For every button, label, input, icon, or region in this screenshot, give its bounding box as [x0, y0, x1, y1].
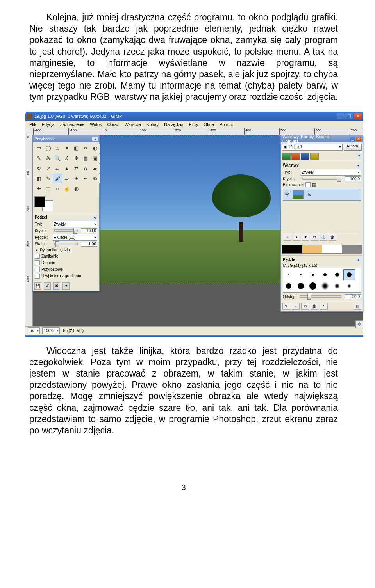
- brush-preset[interactable]: [307, 270, 318, 280]
- raise-layer-button[interactable]: ▴: [293, 234, 300, 241]
- lasso-tool-icon[interactable]: ⟀: [53, 144, 62, 153]
- delete-options-icon[interactable]: ✖: [53, 282, 60, 290]
- menu-tools[interactable]: Narzędzia: [162, 122, 186, 127]
- brush-preset[interactable]: [295, 270, 306, 280]
- layer-opacity-slider[interactable]: [302, 178, 341, 180]
- maximize-button[interactable]: ☐: [345, 113, 353, 119]
- scissors-tool-icon[interactable]: ✂: [81, 144, 90, 153]
- layer-thumbnail[interactable]: [293, 190, 304, 199]
- shear-tool-icon[interactable]: ▱: [53, 164, 62, 173]
- color-picker-tool-icon[interactable]: ⁂: [43, 154, 53, 163]
- menu-image[interactable]: Obraz: [105, 122, 121, 127]
- panel-close-button[interactable]: ✕: [356, 137, 361, 141]
- window-titlebar[interactable]: 19.jpg-1.0 (RGB, 1 warstwa) 600x402 – GI…: [25, 112, 363, 121]
- ink-tool-icon[interactable]: ✒: [81, 174, 90, 183]
- scale-tool-icon[interactable]: ⤢: [43, 164, 53, 173]
- measure-tool-icon[interactable]: ∡: [62, 154, 71, 163]
- delete-layer-button[interactable]: 🗑: [329, 234, 336, 241]
- blend-tool-icon[interactable]: ◧: [34, 174, 43, 183]
- lock-pixels-checkbox[interactable]: [305, 182, 311, 187]
- fg-select-tool-icon[interactable]: ◐: [90, 144, 100, 153]
- rotate-tool-icon[interactable]: ↻: [34, 164, 43, 173]
- menu-windows[interactable]: Okna: [202, 122, 216, 127]
- image-select[interactable]: ▣ 19.jpg-1▾: [282, 144, 343, 151]
- layer-row[interactable]: 👁 Tło: [283, 189, 361, 201]
- brush-preset[interactable]: [344, 281, 355, 291]
- jitter-checkbox[interactable]: [35, 260, 40, 265]
- color-swatches[interactable]: [33, 195, 99, 213]
- toolbox-titlebar[interactable]: Przybornik ◂: [33, 135, 99, 142]
- auto-button[interactable]: Autom.: [344, 144, 362, 151]
- crop-tool-icon[interactable]: ▣: [90, 154, 100, 163]
- visibility-eye-icon[interactable]: 👁: [284, 192, 290, 197]
- gradient-checkbox[interactable]: [35, 274, 40, 279]
- eraser-tool-icon[interactable]: ▱: [62, 174, 71, 183]
- menu-layer[interactable]: Warstwa: [122, 122, 143, 127]
- perspective-tool-icon[interactable]: ▲: [62, 164, 71, 173]
- paintbrush-tool-icon[interactable]: 🖌: [53, 174, 62, 183]
- tab-channels-icon[interactable]: [291, 153, 300, 160]
- tab-paths-icon[interactable]: [301, 153, 309, 160]
- image-canvas[interactable]: FreeFoto.c: [91, 135, 311, 284]
- fuzzy-select-tool-icon[interactable]: ✦: [62, 144, 71, 153]
- delete-brush-button[interactable]: 🗑: [311, 303, 318, 310]
- duplicate-layer-button[interactable]: ⧉: [311, 234, 318, 241]
- tab-layers-icon[interactable]: [282, 153, 291, 160]
- dodge-tool-icon[interactable]: ◐: [71, 184, 81, 194]
- menu-help[interactable]: Pomoc: [217, 122, 235, 127]
- menu-view[interactable]: Widok: [88, 122, 104, 127]
- edit-brush-button[interactable]: ✎: [282, 303, 290, 310]
- new-layer-button[interactable]: ▫: [284, 234, 291, 241]
- brush-preset[interactable]: [320, 281, 330, 291]
- brush-preset[interactable]: [332, 270, 343, 280]
- by-color-tool-icon[interactable]: ◧: [71, 144, 81, 153]
- close-button[interactable]: ✕: [354, 113, 362, 119]
- layer-opacity-value[interactable]: 100,0: [345, 176, 361, 181]
- paths-tool-icon[interactable]: ✎: [34, 154, 43, 163]
- brush-preset[interactable]: [283, 270, 294, 280]
- refresh-brushes-button[interactable]: ↻: [320, 303, 328, 310]
- minimize-button[interactable]: _: [337, 113, 345, 119]
- flip-tool-icon[interactable]: ⇄: [71, 164, 81, 173]
- menu-select[interactable]: Zaznaczenie: [58, 122, 87, 127]
- reset-options-icon[interactable]: ▾: [62, 282, 70, 290]
- save-options-icon[interactable]: 💾: [34, 282, 41, 290]
- foreground-swatch[interactable]: [34, 196, 45, 207]
- bucket-tool-icon[interactable]: ▰: [90, 164, 100, 173]
- spacing-value[interactable]: 20,0: [345, 294, 361, 299]
- layers-collapse-button[interactable]: ◂: [355, 163, 361, 168]
- layer-mode-select[interactable]: Zwykły▾: [301, 169, 361, 176]
- brush-preset[interactable]: [344, 270, 355, 280]
- smudge-tool-icon[interactable]: ☝: [62, 184, 71, 194]
- brush-preset[interactable]: [332, 281, 343, 291]
- status-unit-select[interactable]: px: [28, 327, 40, 334]
- clone-tool-icon[interactable]: ⧉: [90, 174, 100, 183]
- brush-preset[interactable]: [283, 281, 294, 291]
- scale-slider[interactable]: [54, 243, 78, 245]
- lower-layer-button[interactable]: ▾: [302, 234, 309, 241]
- lock-alpha-icon[interactable]: ▦: [312, 182, 316, 187]
- menu-filters[interactable]: Filtry: [187, 122, 201, 127]
- gradient-preview[interactable]: [282, 245, 362, 254]
- brush-dynamics-expander[interactable]: ▸Dynamika pędzla: [35, 247, 97, 253]
- text-tool-icon[interactable]: A: [81, 164, 90, 173]
- opacity-value[interactable]: 100,0: [81, 228, 97, 233]
- menu-colors[interactable]: Kolory: [144, 122, 161, 127]
- panel-collapse-button[interactable]: ◂: [92, 137, 98, 141]
- opacity-slider[interactable]: [54, 229, 78, 232]
- airbrush-tool-icon[interactable]: ✈: [71, 174, 81, 183]
- ellipse-select-tool-icon[interactable]: ◯: [43, 144, 53, 153]
- ruler-vertical[interactable]: 0 100 200 300 400: [25, 135, 33, 326]
- mode-select[interactable]: Zwykły▾: [53, 221, 97, 227]
- menu-file[interactable]: Plik: [27, 122, 39, 127]
- move-tool-icon[interactable]: ✥: [71, 154, 81, 163]
- toolbox-panel[interactable]: Przybornik ◂ ▭ ◯ ⟀ ✦ ◧ ✂ ◐ ✎ ⁂ 🔍 ∡ ✥ ▦ ▣…: [32, 135, 100, 291]
- open-as-image-button[interactable]: ▤: [354, 303, 361, 310]
- scale-value[interactable]: 1,00: [81, 242, 97, 247]
- menu-edit[interactable]: Edycja: [39, 122, 57, 127]
- options-collapse-button[interactable]: ◂: [92, 215, 97, 220]
- tabs-menu-button[interactable]: ◂: [356, 153, 362, 158]
- navigation-button[interactable]: ✥: [355, 320, 363, 328]
- layers-panel[interactable]: Warstwy, Kanały, Ścieżki, Cofnięci… _ ✕ …: [280, 135, 363, 312]
- tab-undo-icon[interactable]: [310, 153, 319, 160]
